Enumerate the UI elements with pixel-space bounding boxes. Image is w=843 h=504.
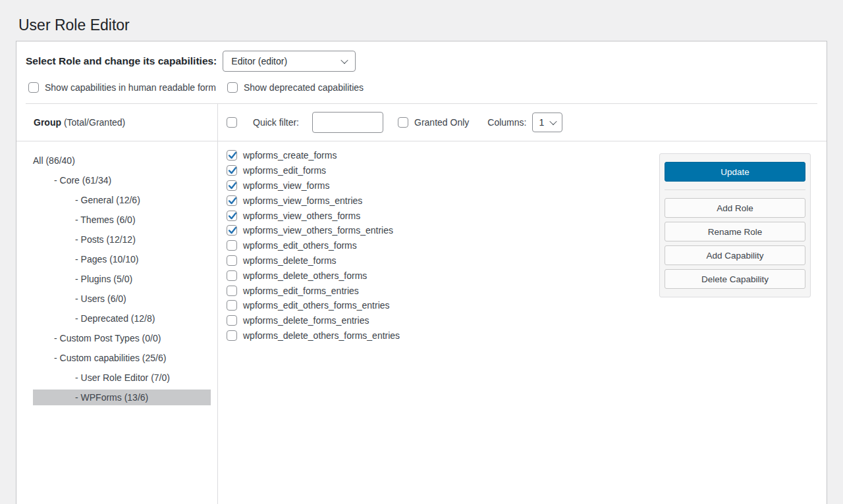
capability-label: wpforms_view_forms [243, 180, 329, 191]
capability-label: wpforms_edit_others_forms [243, 240, 357, 251]
capability-row: wpforms_create_forms [227, 148, 659, 163]
rename-role-button[interactable]: Rename Role [665, 222, 805, 241]
role-select-row: Select Role and change its capabilities:… [16, 41, 827, 72]
secondary-actions: Add RoleRename RoleAdd CapabilityDelete … [665, 198, 805, 289]
capability-row: wpforms_delete_forms_entries [227, 313, 659, 328]
group-item-label: - Deprecated (12/8) [75, 311, 211, 326]
content-row: All (86/40)- Core (61/34)- General (12/6… [16, 141, 827, 504]
deprecated-checkbox[interactable] [227, 82, 238, 93]
capability-checkbox[interactable] [227, 211, 237, 221]
capability-row: wpforms_view_others_forms_entries [227, 223, 659, 238]
capability-row: wpforms_view_others_forms [227, 208, 659, 223]
group-header-label: Group (Total/Granted) [34, 117, 125, 128]
capability-label: wpforms_view_others_forms [243, 211, 360, 221]
group-item-label: - Custom capabilities (25/6) [54, 351, 211, 365]
group-item-label: - Core (61/34) [54, 173, 211, 188]
capability-checkbox[interactable] [227, 240, 237, 251]
capability-row: wpforms_view_forms [227, 178, 659, 193]
group-item[interactable]: - Custom capabilities (25/6) [33, 348, 211, 368]
capabilities-list: wpforms_create_formswpforms_edit_formswp… [227, 147, 659, 343]
filter-bar: Quick filter: Granted Only Columns: 1 [218, 104, 827, 141]
group-item[interactable]: - Custom Post Types (0/0) [33, 328, 211, 348]
granted-only-checkbox[interactable] [398, 117, 408, 128]
update-button[interactable]: Update [665, 162, 805, 182]
capability-label: wpforms_delete_others_forms [243, 270, 367, 281]
capability-row: wpforms_delete_others_forms_entries [227, 328, 659, 343]
capability-checkbox[interactable] [227, 225, 237, 236]
group-item[interactable]: - Core (61/34) [33, 170, 211, 190]
capability-row: wpforms_view_forms_entries [227, 193, 659, 208]
group-item[interactable]: All (86/40) [33, 151, 211, 170]
groups-tree-cell: All (86/40)- Core (61/34)- General (12/6… [16, 141, 218, 504]
group-item[interactable]: - Pages (10/10) [33, 249, 211, 269]
chevron-down-icon [550, 118, 557, 125]
groups-tree: All (86/40)- Core (61/34)- General (12/6… [33, 151, 211, 405]
select-all-checkbox[interactable] [227, 117, 237, 128]
role-select[interactable]: Editor (editor) [223, 51, 356, 72]
add-capability-button[interactable]: Add Capability [665, 245, 805, 265]
header-row: Group (Total/Granted) Quick filter: Gran… [16, 104, 827, 141]
capability-row: wpforms_delete_others_forms [227, 268, 659, 283]
human-readable-checkbox[interactable] [28, 82, 39, 93]
group-item[interactable]: - General (12/6) [33, 190, 211, 210]
group-item-label: - Posts (12/12) [75, 232, 211, 247]
group-item[interactable]: - User Role Editor (7/0) [33, 368, 211, 388]
capability-checkbox[interactable] [227, 286, 237, 296]
capability-label: wpforms_delete_forms [243, 255, 337, 266]
group-header-title: Group [34, 117, 61, 128]
capability-checkbox[interactable] [227, 165, 237, 176]
group-item-label: - Custom Post Types (0/0) [54, 331, 211, 345]
capability-label: wpforms_view_forms_entries [243, 195, 362, 206]
capability-label: wpforms_edit_others_forms_entries [243, 300, 390, 311]
group-item-label: - General (12/6) [75, 193, 211, 207]
capability-label: wpforms_edit_forms [243, 165, 326, 176]
actions-divider [665, 189, 805, 190]
capability-checkbox[interactable] [227, 330, 237, 341]
group-item-label: - Pages (10/10) [75, 252, 211, 266]
group-item-label: - Plugins (5/0) [75, 272, 211, 286]
capability-checkbox[interactable] [227, 255, 237, 266]
capability-row: wpforms_edit_forms [227, 163, 659, 178]
capability-label: wpforms_delete_others_forms_entries [243, 330, 400, 341]
user-role-editor-panel: Select Role and change its capabilities:… [16, 41, 827, 504]
capability-row: wpforms_edit_forms_entries [227, 283, 659, 298]
chevron-down-icon [341, 57, 348, 64]
group-header-suffix: (Total/Granted) [61, 117, 125, 128]
columns-select[interactable]: 1 [532, 113, 562, 132]
actions-panel: Update Add RoleRename RoleAdd Capability… [659, 153, 811, 297]
columns-label: Columns: [487, 117, 526, 128]
capability-label: wpforms_delete_forms_entries [243, 315, 369, 326]
group-item[interactable]: - WPForms (13/6) [33, 390, 211, 405]
group-item-label: - Themes (6/0) [75, 213, 211, 227]
quick-filter-input[interactable] [312, 112, 383, 133]
capability-checkbox[interactable] [227, 315, 237, 326]
display-options-row: Show capabilities in human readable form… [16, 72, 827, 103]
capability-checkbox[interactable] [227, 180, 237, 191]
group-item-label: - WPForms (13/6) [75, 390, 211, 405]
capability-checkbox[interactable] [227, 195, 237, 206]
group-item-label: - User Role Editor (7/0) [75, 370, 211, 385]
group-item[interactable]: - Plugins (5/0) [33, 269, 211, 289]
delete-capability-button[interactable]: Delete Capability [665, 269, 805, 289]
capabilities-cell: wpforms_create_formswpforms_edit_formswp… [218, 141, 827, 504]
capability-row: wpforms_delete_forms [227, 253, 659, 268]
page-title: User Role Editor [0, 0, 843, 41]
group-item[interactable]: - Deprecated (12/8) [33, 309, 211, 328]
role-select-value: Editor (editor) [231, 56, 287, 66]
deprecated-label: Show deprecated capabilities [244, 82, 364, 93]
quick-filter-label: Quick filter: [253, 117, 299, 128]
granted-only-label: Granted Only [414, 117, 469, 128]
capability-label: wpforms_view_others_forms_entries [243, 225, 393, 236]
add-role-button[interactable]: Add Role [665, 198, 805, 218]
capability-row: wpforms_edit_others_forms [227, 238, 659, 253]
capability-checkbox[interactable] [227, 300, 237, 311]
group-item[interactable]: - Themes (6/0) [33, 210, 211, 230]
group-header-cell: Group (Total/Granted) [16, 104, 218, 141]
group-item[interactable]: - Posts (12/12) [33, 230, 211, 249]
group-item[interactable]: - Users (6/0) [33, 289, 211, 309]
capability-label: wpforms_edit_forms_entries [243, 286, 359, 296]
capability-checkbox[interactable] [227, 270, 237, 281]
capability-label: wpforms_create_forms [243, 150, 337, 161]
columns-select-value: 1 [539, 117, 544, 128]
capability-checkbox[interactable] [227, 150, 237, 161]
